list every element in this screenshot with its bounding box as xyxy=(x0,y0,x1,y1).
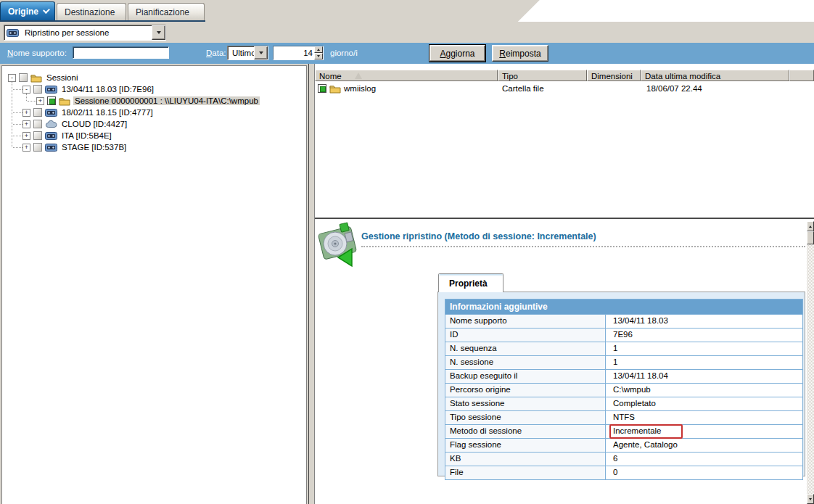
days-unit-label: giorno/i xyxy=(330,49,358,57)
property-row: N. sessione1 xyxy=(445,355,802,369)
tape-icon xyxy=(7,28,19,38)
dropdown-arrow-button[interactable] xyxy=(152,25,165,40)
media-name-input[interactable] xyxy=(73,46,169,59)
property-row: N. sequenza1 xyxy=(445,342,802,355)
tree-item-session-18-02[interactable]: + 18/02/11 18.15 [ID:4777] xyxy=(2,107,306,118)
property-row-highlighted: Metodo di sessioneIncrementale xyxy=(445,424,802,438)
tree-item-label[interactable]: CLOUD [ID:4427] xyxy=(60,120,128,128)
date-range-select[interactable]: Ultimo xyxy=(227,46,268,60)
property-row: Tipo sessioneNTFS xyxy=(445,410,802,424)
tree-checkbox-checked[interactable] xyxy=(47,96,56,105)
details-title: Gestione ripristino (Metodo di sessione:… xyxy=(361,231,805,247)
tree-item-ita[interactable]: + ITA [ID:5B4E] xyxy=(2,130,306,141)
scrollbar-thumb[interactable] xyxy=(807,231,814,244)
scrollbar-down-button[interactable] xyxy=(807,494,814,504)
tree-item-cloud[interactable]: + CLOUD [ID:4427] xyxy=(2,118,306,130)
hard-disk-restore-icon xyxy=(318,221,360,269)
tree-item-label[interactable]: Sessioni xyxy=(45,73,79,82)
spinner-down-button[interactable] xyxy=(314,53,323,59)
tree-item-session-13-04[interactable]: - 13/04/11 18.03 [ID:7E96] xyxy=(2,83,306,95)
tab-label: Origine xyxy=(8,7,38,17)
tree-connector xyxy=(13,112,22,113)
tree-expander[interactable]: - xyxy=(22,86,30,94)
column-header-nome[interactable]: Nome xyxy=(315,70,498,81)
tree-item-label[interactable]: STAGE [ID:537B] xyxy=(60,143,128,152)
arrow-down-icon xyxy=(809,498,812,500)
column-header-data-ultima-modifica[interactable]: Data ultima modifica xyxy=(641,70,789,81)
splitter-line xyxy=(315,218,814,219)
annotation-highlight: Incrementale xyxy=(609,424,683,439)
tree-checkbox[interactable] xyxy=(33,85,42,94)
main-area: - Sessioni - 13/04/11 18.03 [ID:7E96] + … xyxy=(0,64,814,504)
vertical-splitter[interactable] xyxy=(308,64,314,504)
media-name-label: Nome supporto: xyxy=(7,49,67,57)
property-row: Stato sessioneCompletato xyxy=(445,397,802,410)
tree-checkbox[interactable] xyxy=(33,120,42,128)
tape-icon xyxy=(45,108,57,117)
dropdown-arrow-button[interactable] xyxy=(254,46,268,59)
tree-connector xyxy=(13,124,22,125)
session-tree: - Sessioni - 13/04/11 18.03 [ID:7E96] + … xyxy=(1,65,307,504)
tree-checkbox[interactable] xyxy=(33,131,42,140)
arrow-down-icon xyxy=(157,31,161,34)
scrollbar-track[interactable] xyxy=(807,221,814,504)
spinner-up-button[interactable] xyxy=(314,46,323,53)
tree-item-label[interactable]: ITA [ID:5B4E] xyxy=(60,131,113,140)
restore-type-select[interactable]: Ripristino per sessione xyxy=(4,25,166,41)
chevron-down-icon xyxy=(43,7,50,14)
tree-item-stage[interactable]: + STAGE [ID:537B] xyxy=(2,141,306,153)
tab-destinazione[interactable]: Destinazione xyxy=(57,3,126,20)
sort-ascending-icon xyxy=(355,73,362,79)
date-label: Data: xyxy=(206,49,226,57)
search-toolbar: Nome supporto: Data: Ultimo giorno/i Agg… xyxy=(0,43,814,64)
section-header: Informazioni aggiuntive xyxy=(445,299,802,314)
properties-table: Informazioni aggiuntive Nome supporto13/… xyxy=(445,299,803,480)
file-type: Cartella file xyxy=(498,84,587,93)
file-modified: 18/06/07 22.44 xyxy=(641,84,789,93)
tree-item-sessione-0000000001[interactable]: + Sessione 0000000001 : \\LIUYU04-ITA\C:… xyxy=(2,95,306,107)
days-input[interactable] xyxy=(274,46,314,59)
tree-item-sessioni[interactable]: - Sessioni xyxy=(2,72,306,83)
tree-expander[interactable]: + xyxy=(22,109,30,117)
reset-button[interactable]: Reimposta xyxy=(492,45,548,62)
tree-expander[interactable]: + xyxy=(22,132,30,140)
tree-expander[interactable]: - xyxy=(8,74,16,82)
column-header-filler xyxy=(789,70,814,81)
tape-icon xyxy=(45,85,57,94)
tab-pianificazione[interactable]: Pianificazione xyxy=(128,3,205,20)
tree-connector xyxy=(13,89,22,90)
details-scrollbar[interactable] xyxy=(807,221,814,504)
tree-connector xyxy=(13,136,22,136)
column-header-dimensioni[interactable]: Dimensioni xyxy=(587,70,641,81)
tree-checkbox[interactable] xyxy=(33,108,42,117)
refresh-button[interactable]: Aggiorna xyxy=(429,45,485,62)
right-pane: Nome Tipo Dimensioni Data ultima modific… xyxy=(314,64,814,504)
tab-label: Pianificazione xyxy=(136,7,189,17)
arrow-up-icon xyxy=(317,49,320,51)
tree-expander[interactable]: + xyxy=(36,97,44,105)
scrollbar-up-button[interactable] xyxy=(807,221,814,231)
tree-item-label-selected[interactable]: Sessione 0000000001 : \\LIUYU04-ITA\C:\w… xyxy=(73,96,260,105)
table-row[interactable]: wmiislog Cartella file 18/06/07 22.44 xyxy=(315,83,814,94)
tree-item-label[interactable]: 13/04/11 18.03 [ID:7E96] xyxy=(60,85,155,94)
arrow-down-icon xyxy=(317,55,320,57)
file-name[interactable]: wmiislog xyxy=(344,84,376,93)
tape-icon xyxy=(45,131,57,141)
tree-checkbox[interactable] xyxy=(19,73,28,82)
details-panel: Gestione ripristino (Metodo di sessione:… xyxy=(315,221,814,504)
property-row: ID7E96 xyxy=(445,328,802,342)
column-header-tipo[interactable]: Tipo xyxy=(498,70,587,81)
restore-type-value: Ripristino per sessione xyxy=(22,28,152,37)
file-list-header: Nome Tipo Dimensioni Data ultima modific… xyxy=(315,70,814,81)
tree-item-label[interactable]: 18/02/11 18.15 [ID:4777] xyxy=(60,108,155,117)
tab-proprieta[interactable]: Proprietà xyxy=(438,273,503,292)
tree-expander[interactable]: + xyxy=(22,120,30,128)
file-checkbox-checked[interactable] xyxy=(318,84,326,93)
filter-row: Ripristino per sessione xyxy=(0,22,814,43)
tree-expander[interactable]: + xyxy=(22,144,30,152)
tree-connector xyxy=(13,147,22,148)
folder-icon xyxy=(30,73,42,83)
tree-checkbox[interactable] xyxy=(33,143,42,152)
property-row: Nome supporto13/04/11 18.03 xyxy=(445,314,802,328)
tab-origine[interactable]: Origine xyxy=(0,1,55,20)
